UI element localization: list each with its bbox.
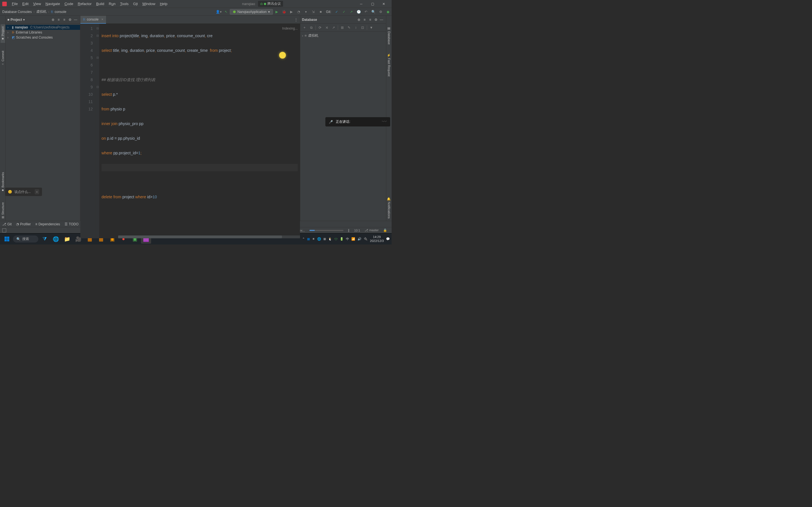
tray-grid-icon[interactable]: ⊞ — [323, 237, 326, 241]
tab-more-button[interactable]: ⋮ — [292, 18, 300, 22]
tree-item-external-libs[interactable]: › ⊪ External Libraries — [6, 30, 80, 35]
tray-battery-icon[interactable]: 🔋 — [340, 237, 344, 241]
run-config-selector[interactable]: ⬢ NanqiaoApplication ▾ — [230, 9, 273, 15]
progress-pause-icon[interactable]: ‖ — [348, 228, 350, 232]
app-vscode[interactable]: ⧩ — [40, 235, 50, 244]
tab-profiler[interactable]: ◔Profiler — [16, 222, 31, 226]
git-push-button[interactable]: ↗ — [348, 8, 355, 15]
git-rollback-button[interactable]: ↶ — [363, 8, 369, 15]
tab-structure[interactable]: ⊞ Structure — [0, 200, 5, 221]
run-button[interactable]: ▶ — [273, 8, 280, 15]
tray-penguin-icon[interactable]: 🐧 — [328, 237, 332, 241]
plugin-button[interactable]: ◉ — [385, 8, 391, 15]
tray-volume-icon[interactable]: 🔊 — [357, 237, 361, 241]
tab-dependencies[interactable]: ≡Dependencies — [35, 222, 60, 226]
close-button[interactable]: ✕ — [378, 1, 389, 7]
jump-button[interactable]: ↗ — [331, 24, 337, 31]
db-tree-item[interactable]: › ✳ 虚拟机 — [302, 33, 384, 39]
export-button[interactable]: ⊡ — [359, 24, 366, 31]
gear-icon[interactable]: ⚙ — [373, 17, 378, 22]
voice-overlay[interactable]: 🎤 正在讲话: 〰 — [325, 117, 390, 126]
tree-item-scratches[interactable]: › ◩ Scratches and Consoles — [6, 35, 80, 40]
gear-icon[interactable]: ⚙ — [67, 17, 73, 22]
lock-icon[interactable]: 🔒 — [383, 228, 387, 232]
tray-power-icon[interactable]: 🔌 — [364, 237, 368, 241]
stop-button[interactable]: ■ — [317, 8, 324, 15]
menu-run[interactable]: Run — [107, 2, 118, 6]
tray-clock[interactable]: 14:29 2022/12/3 — [370, 235, 384, 242]
code-content[interactable]: insert into project(title, img, duration… — [99, 24, 300, 238]
menu-edit[interactable]: Edit — [20, 2, 31, 6]
tab-database[interactable]: ▤ Database — [387, 24, 391, 47]
menu-code[interactable]: Code — [62, 2, 75, 6]
tray-app-icon[interactable]: ▦ — [307, 237, 310, 241]
tool-window-toggle[interactable] — [2, 228, 6, 232]
menu-navigate[interactable]: Navigate — [43, 2, 62, 6]
target-icon[interactable]: ⊕ — [50, 17, 56, 22]
view-button[interactable]: ↕ — [353, 24, 359, 31]
tray-ime[interactable]: 中 — [346, 237, 349, 241]
tree-item-root[interactable]: › ▮ nanqiao C:\Users\zed\IdeaProjects — [6, 25, 80, 30]
app-chrome[interactable]: 🌐 — [51, 235, 61, 244]
tray-notification-icon[interactable]: 💬 — [386, 237, 390, 241]
minimize-button[interactable]: ─ — [356, 1, 367, 7]
collapse-icon[interactable]: ≡ — [367, 17, 373, 22]
hide-icon[interactable]: — — [378, 17, 384, 22]
filter-button[interactable]: ▼ — [368, 24, 374, 31]
debug-button[interactable]: 🐞 — [281, 8, 287, 15]
tab-fast-request[interactable]: ⚡ Fast Request — [387, 51, 391, 78]
attach-button[interactable]: ⇲ — [310, 8, 317, 15]
edit-button[interactable]: ✎ — [346, 24, 352, 31]
tab-notifications[interactable]: 🔔 Notifications — [387, 194, 391, 221]
meeting-badge[interactable]: ılı 腾讯会议 — [258, 1, 283, 7]
coverage-button[interactable]: ▶ — [288, 8, 295, 15]
breadcrumb-item[interactable]: 虚拟机 — [36, 9, 47, 14]
profile-button[interactable]: ◔ — [295, 8, 302, 15]
duplicate-button[interactable]: ⧉ — [308, 24, 314, 31]
menu-file[interactable]: File — [10, 2, 20, 6]
tab-commit[interactable]: ○ Commit — [1, 48, 5, 68]
target-icon[interactable]: ⊕ — [356, 17, 362, 22]
menu-view[interactable]: View — [31, 2, 43, 6]
refresh-button[interactable]: ⟳ — [317, 24, 323, 31]
tab-todo[interactable]: ☰TODO — [64, 222, 79, 226]
tab-bookmarks[interactable]: ■ Bookmarks — [1, 170, 5, 194]
collapse-icon[interactable]: ≡ — [61, 17, 67, 22]
table-button[interactable]: ⊞ — [339, 24, 345, 31]
chevron-down-icon[interactable]: ▾ — [23, 18, 25, 22]
settings-button[interactable]: ⚙ — [377, 8, 384, 15]
cursor-position[interactable]: 10:1 — [354, 229, 360, 232]
editor-tab-console[interactable]: ⎘ console × — [80, 16, 106, 24]
app-explorer[interactable]: 📁 — [62, 235, 72, 244]
code-editor[interactable]: 1 2 3 4 5 6 7 8 9 10 11 12 ⊟⊟ ⊟ ⊡ insert… — [80, 24, 300, 238]
tray-sun-icon[interactable]: ☀ — [312, 237, 315, 241]
start-button[interactable] — [2, 235, 12, 244]
tray-wifi-icon[interactable]: 📶 — [351, 237, 355, 241]
git-commit-button[interactable]: ✓ — [341, 8, 347, 15]
branch-indicator[interactable]: ⎇ master — [364, 228, 378, 232]
search-everywhere-button[interactable]: 🔍 — [370, 8, 377, 15]
menu-window[interactable]: Window — [140, 2, 158, 6]
breadcrumb-item[interactable]: Database Consoles — [2, 10, 32, 14]
horizontal-scrollbar[interactable] — [118, 235, 300, 238]
collapse-chat-icon[interactable]: ‹ — [35, 189, 39, 194]
back-button[interactable]: ↖ — [223, 8, 230, 15]
menu-git[interactable]: Git — [131, 2, 140, 6]
tab-git[interactable]: ⎇Git — [2, 222, 11, 226]
menu-help[interactable]: Help — [158, 2, 170, 6]
taskbar-search[interactable]: 🔍 搜索 — [13, 235, 38, 242]
chat-overlay[interactable]: 😊 说点什么... ‹ — [5, 187, 42, 196]
menu-build[interactable]: Build — [94, 2, 107, 6]
git-history-button[interactable]: 🕐 — [355, 8, 362, 15]
expand-icon[interactable]: ≡ — [56, 17, 61, 22]
git-pull-button[interactable]: ✓ — [333, 8, 340, 15]
breadcrumb-item[interactable]: console — [55, 10, 66, 14]
stop-sync-button[interactable]: ⤨ — [324, 24, 330, 31]
menu-refactor[interactable]: Refactor — [75, 2, 94, 6]
more-run-button[interactable]: ▾ — [303, 8, 309, 15]
add-button[interactable]: + — [301, 24, 308, 31]
menu-tools[interactable]: Tools — [118, 2, 131, 6]
tray-globe-icon[interactable]: 🌐 — [317, 237, 321, 241]
expand-icon[interactable]: ≡ — [362, 17, 367, 22]
maximize-button[interactable]: ▢ — [367, 1, 378, 7]
